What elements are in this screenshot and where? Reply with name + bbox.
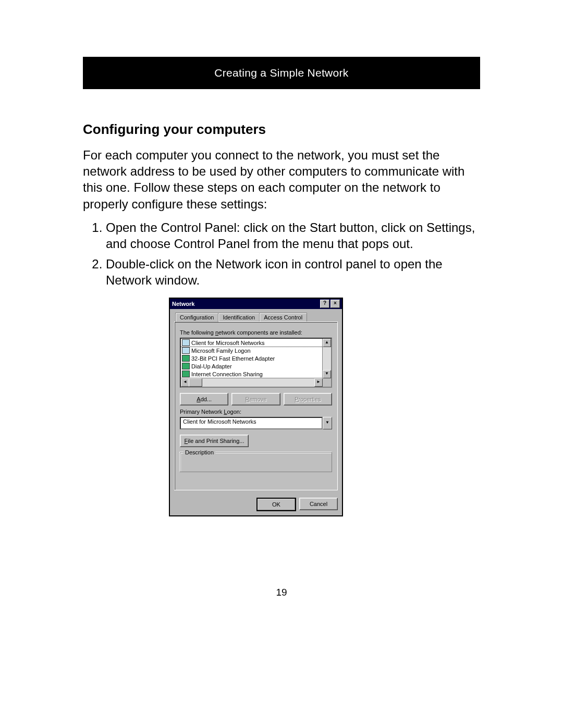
tab-strip: Configuration Identification Access Cont… — [174, 312, 338, 322]
step-item: Open the Control Panel: click on the Sta… — [106, 219, 480, 252]
client-icon — [182, 347, 190, 354]
primary-logon-label: Primary Network Logon: — [180, 409, 332, 415]
description-groupbox: Description — [180, 452, 332, 472]
tab-identification[interactable]: Identification — [218, 313, 260, 322]
btn-accel: R — [246, 396, 250, 402]
primary-logon-value[interactable]: Client for Microsoft Networks — [180, 417, 323, 429]
dropdown-arrow-icon[interactable]: ▼ — [323, 417, 332, 429]
tab-label: Identification — [223, 314, 255, 320]
list-item[interactable]: Client for Microsoft Networks — [181, 339, 323, 347]
file-print-sharing-button[interactable]: File and Print Sharing... — [180, 435, 249, 447]
steps-list: Open the Control Panel: click on the Sta… — [83, 219, 480, 289]
scroll-right-icon[interactable]: ► — [314, 378, 323, 387]
document-page: Creating a Simple Network Configuring yo… — [0, 0, 563, 728]
btn-label: ile and Print Sharing... — [188, 438, 244, 444]
label-text: The following — [180, 329, 215, 336]
properties-button: Properties — [284, 393, 332, 405]
scroll-corner — [323, 378, 331, 387]
primary-logon-combobox[interactable]: Client for Microsoft Networks ▼ — [180, 417, 332, 429]
list-item[interactable]: Internet Connection Sharing — [181, 370, 323, 378]
adapter-icon — [182, 355, 190, 362]
page-number: 19 — [0, 587, 563, 598]
component-buttons-row: Add... Remove Properties — [180, 393, 332, 405]
btn-label: roperties — [299, 396, 321, 402]
tab-label: Configuration — [180, 314, 214, 320]
components-listbox[interactable]: Client for Microsoft Networks Microsoft … — [180, 338, 332, 388]
scroll-thumb[interactable] — [189, 378, 202, 387]
adapter-icon — [182, 363, 190, 369]
client-icon — [182, 339, 190, 346]
scroll-up-icon[interactable]: ▲ — [323, 339, 331, 347]
btn-accel: A — [197, 396, 200, 402]
ok-button[interactable]: OK — [256, 498, 296, 511]
tab-panel-configuration: The following network components are ins… — [174, 322, 338, 490]
vertical-scrollbar[interactable]: ▲ ▼ — [322, 339, 331, 378]
list-item-label: Microsoft Family Logon — [191, 348, 251, 354]
label-text: etwork components are installed: — [218, 329, 302, 336]
scroll-left-icon[interactable]: ◄ — [181, 378, 189, 387]
section-heading: Configuring your computers — [83, 121, 480, 138]
tab-label: Access Control — [264, 314, 302, 320]
list-item-label: Internet Connection Sharing — [191, 371, 263, 377]
network-dialog: Network ? × Configuration Identification… — [169, 298, 343, 516]
help-button[interactable]: ? — [320, 300, 329, 308]
list-item-label: Dial-Up Adapter — [191, 363, 232, 369]
dialog-title-bar[interactable]: Network ? × — [170, 299, 342, 309]
page-content: Configuring your computers For each comp… — [83, 121, 480, 293]
description-legend: Description — [183, 449, 215, 455]
tab-configuration[interactable]: Configuration — [175, 313, 218, 322]
btn-accel: F — [185, 438, 188, 444]
list-item[interactable]: 32-Bit PCI Fast Ethernet Adapter — [181, 354, 323, 362]
btn-accel: P — [295, 396, 298, 402]
list-item-label: Client for Microsoft Networks — [191, 340, 265, 346]
adapter-icon — [182, 371, 190, 377]
page-header-bar: Creating a Simple Network — [83, 57, 480, 89]
scroll-down-icon[interactable]: ▼ — [323, 370, 331, 378]
list-item-label: 32-Bit PCI Fast Ethernet Adapter — [191, 355, 275, 362]
components-label: The following network components are ins… — [180, 329, 332, 336]
list-item[interactable]: Microsoft Family Logon — [181, 347, 323, 354]
listbox-viewport: Client for Microsoft Networks Microsoft … — [181, 339, 323, 378]
step-item: Double-click on the Network icon in cont… — [106, 256, 480, 288]
dialog-title-text: Network — [172, 301, 319, 307]
dialog-body: Configuration Identification Access Cont… — [170, 309, 342, 495]
add-button[interactable]: Add... — [180, 393, 228, 405]
label-text: ogon: — [227, 409, 241, 415]
horizontal-scrollbar[interactable]: ◄ ► — [181, 378, 323, 387]
btn-label: dd... — [201, 396, 212, 402]
intro-paragraph: For each computer you connect to the net… — [83, 147, 480, 212]
remove-button: Remove — [231, 393, 280, 405]
list-item[interactable]: Dial-Up Adapter — [181, 362, 323, 370]
tab-access-control[interactable]: Access Control — [259, 313, 307, 322]
close-button[interactable]: × — [331, 300, 340, 308]
btn-label: emove — [249, 396, 266, 402]
label-text: Primary Network — [180, 409, 224, 415]
dialog-footer: OK Cancel — [170, 495, 342, 515]
page-header-title: Creating a Simple Network — [214, 67, 348, 79]
cancel-button[interactable]: Cancel — [299, 498, 338, 510]
